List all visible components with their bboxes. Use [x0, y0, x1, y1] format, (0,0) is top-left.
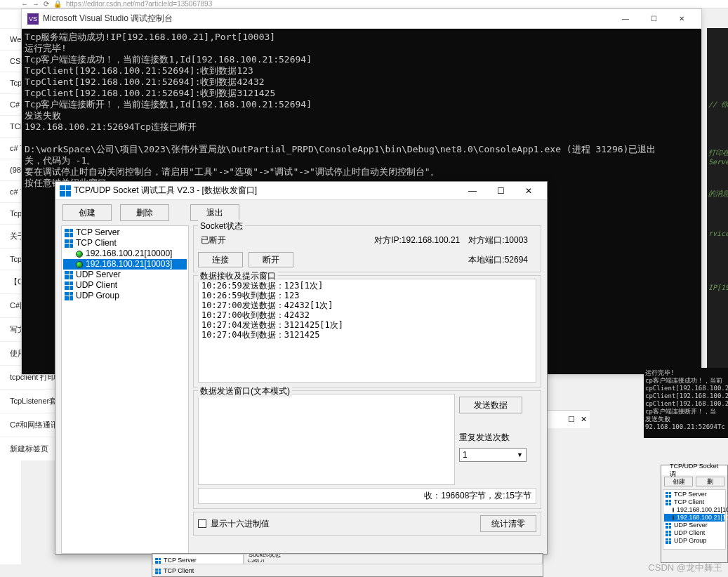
socket-titlebar[interactable]: TCP/UDP Socket 调试工具 V2.3 - [数据收发窗口] — ☐ …: [55, 182, 547, 200]
new-tab[interactable]: 新建标签页Ctrl+T: [0, 437, 63, 460]
app-icon: [60, 185, 71, 197]
mini-tree[interactable]: TCP Server TCP Client 192.168.100.21[100…: [663, 489, 726, 550]
vs-icon: VS: [27, 13, 39, 25]
tree-udp-server[interactable]: UDP Server: [63, 270, 187, 280]
mini-tree-node-selected[interactable]: 192.168.100.21[1000: [664, 514, 724, 522]
minimize-button[interactable]: —: [611, 11, 640, 27]
mini-tree-node[interactable]: 192.168.100.21[1000: [664, 506, 724, 514]
mini-tree-item[interactable]: TCP Server: [664, 491, 724, 498]
local-port-value: 52694: [505, 255, 528, 265]
recv-log[interactable]: 10:26:59发送数据：123[1次] 10:26:59收到数据：123 10…: [198, 279, 536, 383]
exit-button[interactable]: 退出: [190, 204, 239, 221]
connection-tree[interactable]: TCP Server TCP Client 192.168.100.21[100…: [61, 225, 189, 554]
mini-tree-item[interactable]: UDP Server: [664, 522, 724, 529]
console-title: Microsoft Visual Studio 调试控制台: [43, 13, 611, 25]
socket-debug-tool-window: TCP/UDP Socket 调试工具 V2.3 - [数据收发窗口] — ☐ …: [55, 181, 548, 555]
disconnect-button[interactable]: 断开: [249, 252, 293, 267]
nav-back-icon[interactable]: ←: [21, 0, 28, 8]
browser-address-bar: ← → ⟳ 🔒 https://editor.csdn.net/md?artic…: [0, 0, 728, 8]
mini-create-button[interactable]: 创建: [664, 477, 693, 486]
create-button[interactable]: 创建: [62, 204, 112, 221]
send-textarea[interactable]: [198, 394, 455, 485]
tab-fragment[interactable]: C#和网络通讯: [0, 413, 63, 437]
repeat-count-select[interactable]: 1▼: [459, 448, 527, 462]
tab-fragment[interactable]: TcpListener套: [0, 389, 63, 413]
frag-tree-item[interactable]: TCP Client: [154, 566, 242, 576]
tree-udp-client[interactable]: UDP Client: [63, 280, 187, 291]
remote-ip-label: 对方IP:: [374, 235, 402, 245]
hex-checkbox[interactable]: 显示十六进制值: [198, 518, 270, 530]
send-legend: 数据发送窗口(文本模式): [198, 385, 292, 397]
tree-node-1[interactable]: 192.168.100.21[10000]: [63, 248, 187, 259]
maximize-button[interactable]: ☐: [487, 183, 515, 199]
connect-button[interactable]: 连接: [198, 252, 243, 267]
frag-tree-item[interactable]: TCP Server: [154, 555, 242, 566]
mini-tree-item[interactable]: TCP Client: [664, 498, 724, 506]
delete-button[interactable]: 删除: [120, 204, 169, 221]
console-fragment-right: 运行完毕! cp客户端连接成功！，当前 cpClient[192.168.100…: [644, 368, 728, 438]
url-text[interactable]: https://editor.csdn.net/md?articleId=135…: [66, 0, 212, 8]
chevron-down-icon: ▼: [517, 451, 523, 458]
maximize-icon[interactable]: ☐: [568, 415, 575, 424]
status-dot-icon: [76, 251, 83, 258]
tree-tcp-client[interactable]: TCP Client: [63, 238, 187, 248]
socket-status-group: Socket状态 已断开 对方IP:192.168.100.21 对方端口:10…: [193, 225, 541, 272]
mini-socket-window: TCP/UDP Socket 调 创建 删 TCP Server TCP Cli…: [661, 465, 728, 563]
recv-group: 数据接收及提示窗口 10:26:59发送数据：123[1次] 10:26:59收…: [193, 275, 541, 387]
maximize-button[interactable]: ☐: [640, 11, 668, 27]
tree-node-2-selected[interactable]: 192.168.100.21[10003]: [63, 259, 187, 270]
app-icon: [663, 467, 670, 474]
mini-tree-item[interactable]: UDP Client: [664, 529, 724, 537]
mini-titlebar[interactable]: TCP/UDP Socket 调: [661, 465, 727, 475]
close-button[interactable]: ✕: [668, 11, 696, 27]
toolbar: 创建 删除 退出: [55, 200, 547, 225]
send-group: 数据发送窗口(文本模式) 发送数据 重复发送次数 1▼ 收：196608字节，发…: [193, 390, 541, 509]
tree-udp-group[interactable]: UDP Group: [63, 291, 187, 301]
send-data-button[interactable]: 发送数据: [459, 397, 522, 413]
local-port-label: 本地端口:: [468, 255, 504, 265]
nav-fwd-icon[interactable]: →: [32, 0, 39, 8]
status-legend: Socket状态: [198, 220, 245, 232]
remote-ip-value: 192.168.100.21: [402, 235, 460, 245]
tree-tcp-server[interactable]: TCP Server: [63, 227, 187, 238]
status-dot-icon: [76, 261, 83, 268]
minimize-button[interactable]: —: [458, 183, 487, 199]
recv-legend: 数据接收及提示窗口: [198, 270, 278, 282]
watermark: CSDN @龙中舞王: [648, 562, 722, 574]
lock-icon: 🔒: [53, 0, 62, 8]
footer-row: 显示十六进制值 统计清零: [193, 512, 541, 536]
close-icon[interactable]: ✕: [581, 415, 587, 424]
frag-legend: Socket状态: [247, 553, 282, 559]
stats-bar: 收：196608字节，发:15字节: [198, 488, 536, 504]
bottom-socket-fragment: TCP Server TCP Client Socket状态 已断开: [152, 553, 543, 577]
socket-title: TCP/UDP Socket 调试工具 V2.3 - [数据收发窗口]: [74, 185, 458, 197]
mini-tree-item[interactable]: UDP Group: [664, 537, 724, 545]
connection-state: 已断开: [201, 234, 374, 246]
repeat-label: 重复发送次数: [459, 432, 536, 444]
clear-stats-button[interactable]: 统计清零: [480, 515, 536, 532]
partial-window-controls: ☐ ✕: [546, 410, 590, 428]
close-button[interactable]: ✕: [515, 183, 543, 199]
mini-delete-button[interactable]: 删: [696, 477, 724, 486]
code-fragment: // 你 打印在 Serve 的消息 rvice IP[19: [707, 98, 728, 365]
remote-port-value: 10003: [505, 235, 528, 245]
remote-port-label: 对方端口:: [468, 235, 504, 245]
console-titlebar[interactable]: VS Microsoft Visual Studio 调试控制台 — ☐ ✕: [22, 9, 701, 29]
refresh-icon[interactable]: ⟳: [44, 0, 49, 8]
